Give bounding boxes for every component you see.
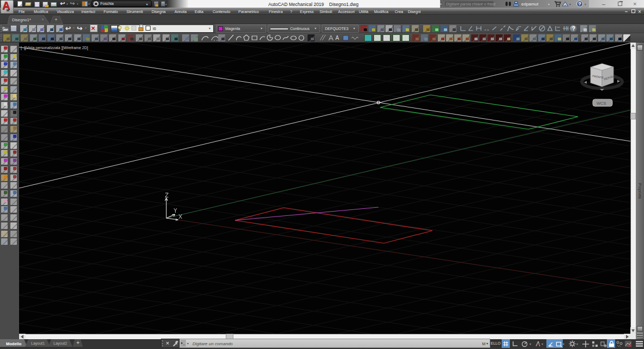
svg-text:[−][Vista personalizzata ][Wir: [−][Vista personalizzata ][Wireframe 2D] <box>21 46 88 50</box>
svg-text:A: A <box>335 35 339 41</box>
svg-text:WCS: WCS <box>597 101 606 106</box>
